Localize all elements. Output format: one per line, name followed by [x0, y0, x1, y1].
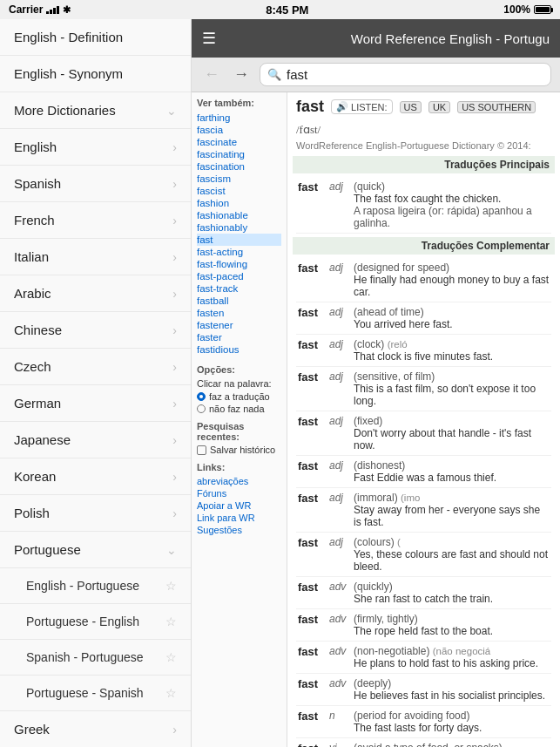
radio-item-nada[interactable]: não faz nada	[197, 404, 281, 414]
sidebar-item-french[interactable]: French ›	[0, 202, 191, 239]
autocomplete-item[interactable]: fascinating	[197, 148, 281, 160]
speaker-icon: 🔊	[336, 101, 348, 112]
link-abreviacoes[interactable]: abreviações	[197, 475, 281, 487]
sidebar-item-japanese[interactable]: Japanese ›	[0, 422, 191, 458]
autocomplete-item-active[interactable]: fast	[197, 234, 281, 246]
autocomplete-item[interactable]: fast-track	[197, 282, 281, 295]
entry-row: fast adv (firmly, tightly) The rope held…	[296, 609, 551, 642]
chevron-right-icon: ›	[172, 360, 177, 374]
autocomplete-item[interactable]: farthing	[197, 112, 281, 124]
sidebar-item-more-dictionaries[interactable]: More Dictionaries ⌄	[0, 92, 191, 129]
sidebar-item-greek[interactable]: Greek ›	[0, 711, 191, 747]
star-icon[interactable]: ☆	[165, 615, 177, 628]
radio-group: faz a tradução não faz nada	[197, 391, 281, 414]
sidebar-item-spanish-portuguese[interactable]: Spanish - Portuguese ☆	[0, 640, 191, 676]
star-icon[interactable]: ☆	[165, 579, 177, 593]
sidebar-item-chinese[interactable]: Chinese ›	[0, 312, 191, 349]
hamburger-icon[interactable]: ☰	[202, 29, 216, 48]
links-list: abreviações Fóruns Apoiar a WR Link para…	[197, 475, 281, 536]
radio-selected-icon	[197, 392, 206, 401]
entry-row: fast adv (non-negotiable) (não negociá H…	[296, 642, 551, 674]
autocomplete-list: farthing fascia fascinate fascinating fa…	[197, 112, 281, 356]
star-icon[interactable]: ☆	[165, 686, 177, 700]
audio-tag-us-southern[interactable]: US SOUTHERN	[457, 101, 536, 113]
sidebar-item-portuguese[interactable]: Portuguese ⌄	[0, 532, 191, 568]
back-button[interactable]: ←	[200, 64, 223, 85]
sidebar-item-czech[interactable]: Czech ›	[0, 349, 191, 385]
clicar-label: Clicar na palavra:	[197, 378, 281, 389]
checkbox-icon	[197, 445, 206, 455]
header-title: Word Reference English - Portugu	[226, 31, 550, 46]
opcoes-label: Opções:	[197, 364, 281, 375]
autocomplete-item[interactable]: fast-acting	[197, 246, 281, 258]
time-label: 8:45 PM	[266, 3, 308, 17]
autocomplete-item[interactable]: fashionable	[197, 209, 281, 221]
sidebar-item-english-synonym[interactable]: English - Synonym	[0, 56, 191, 92]
sidebar-item-portuguese-english[interactable]: Portuguese - English ☆	[0, 604, 191, 640]
search-input[interactable]	[287, 67, 543, 82]
autocomplete-item[interactable]: fascia	[197, 124, 281, 136]
sidebar-item-english-portuguese[interactable]: English - Portuguese ☆	[0, 568, 191, 604]
search-box: 🔍	[260, 63, 551, 86]
chevron-right-icon: ›	[172, 723, 177, 737]
search-bar-area: ← → 🔍	[192, 58, 560, 92]
audio-tag-us[interactable]: US	[400, 101, 422, 113]
star-icon[interactable]: ☆	[165, 650, 177, 664]
autocomplete-item[interactable]: fashion	[197, 197, 281, 209]
section-header-principais: Traduções Principais	[293, 156, 555, 173]
link-apoiar[interactable]: Apoiar a WR	[197, 499, 281, 512]
chevron-right-icon: ›	[172, 433, 177, 447]
chevron-right-icon: ›	[172, 250, 177, 264]
entry-row: fast adj (ahead of time) You arrived her…	[296, 302, 551, 335]
sidebar-item-italian[interactable]: Italian ›	[0, 239, 191, 275]
link-link-wr[interactable]: Link para WR	[197, 512, 281, 524]
salvar-check[interactable]: Salvar histórico	[197, 445, 281, 455]
entry-row: fast adj (colours) ( Yes, these colours …	[296, 533, 551, 577]
entry-row: fast adv (deeply) He believes fast in hi…	[296, 674, 551, 706]
audio-tag-uk[interactable]: UK	[428, 101, 450, 113]
autocomplete-item[interactable]: fascinate	[197, 136, 281, 148]
autocomplete-item[interactable]: fasten	[197, 307, 281, 319]
autocomplete-item[interactable]: fascism	[197, 173, 281, 185]
pronunciation: /fɑst/	[296, 123, 320, 137]
left-panel: Ver também: farthing fascia fascinate fa…	[192, 92, 287, 747]
sidebar-item-german[interactable]: German ›	[0, 385, 191, 422]
autocomplete-item[interactable]: fastidious	[197, 343, 281, 356]
app-container: English - Definition English - Synonym M…	[0, 19, 560, 747]
radio-item-traducao[interactable]: faz a tradução	[197, 391, 281, 402]
autocomplete-item[interactable]: fastener	[197, 319, 281, 331]
link-foruns[interactable]: Fóruns	[197, 487, 281, 499]
entry-row: fast adj (quick) The fast fox caught the…	[296, 177, 551, 234]
link-sugestoes[interactable]: Sugestões	[197, 524, 281, 536]
sidebar-item-spanish[interactable]: Spanish ›	[0, 166, 191, 202]
autocomplete-item[interactable]: fascist	[197, 185, 281, 197]
sidebar-item-korean[interactable]: Korean ›	[0, 458, 191, 495]
sidebar-item-polish[interactable]: Polish ›	[0, 495, 191, 532]
sidebar: English - Definition English - Synonym M…	[0, 19, 192, 747]
dict-source: WordReference English-Portuguese Diction…	[296, 140, 551, 151]
sidebar-item-english[interactable]: English ›	[0, 129, 191, 166]
entry-row: fast adj (dishonest) Fast Eddie was a fa…	[296, 456, 551, 488]
sidebar-item-arabic[interactable]: Arabic ›	[0, 275, 191, 312]
autocomplete-item[interactable]: fast-flowing	[197, 258, 281, 270]
autocomplete-item[interactable]: fast-paced	[197, 270, 281, 282]
autocomplete-item[interactable]: faster	[197, 331, 281, 343]
autocomplete-item[interactable]: fascination	[197, 160, 281, 173]
links-label: Links:	[197, 462, 281, 472]
autocomplete-item[interactable]: fashionably	[197, 221, 281, 234]
autocomplete-item[interactable]: fastball	[197, 295, 281, 307]
entry-row: fast adj (clock) (reló That clock is fiv…	[296, 335, 551, 367]
sidebar-item-portuguese-spanish[interactable]: Portuguese - Spanish ☆	[0, 676, 191, 711]
chevron-down-icon: ⌄	[166, 104, 177, 118]
forward-button[interactable]: →	[230, 64, 253, 85]
battery-icon	[534, 5, 551, 14]
chevron-right-icon: ›	[172, 470, 177, 484]
chevron-right-icon: ›	[172, 287, 177, 301]
word-title: fast	[296, 98, 324, 116]
wifi-icon: ✱	[63, 4, 71, 16]
sidebar-item-english-definition[interactable]: English - Definition	[0, 19, 191, 56]
listen-label: LISTEN:	[351, 102, 388, 112]
audio-button[interactable]: 🔊 LISTEN:	[331, 99, 393, 114]
section-header-complementar: Traduções Complementar	[293, 237, 555, 255]
radio-empty-icon	[197, 404, 206, 413]
